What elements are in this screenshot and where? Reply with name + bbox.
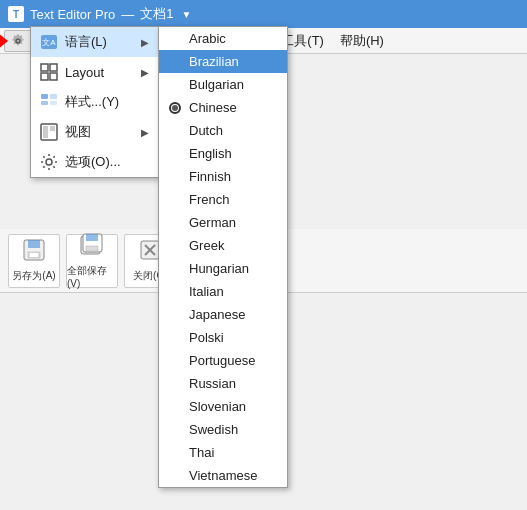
lang-label-russian: Russian: [189, 376, 236, 391]
file-menu-view2[interactable]: 视图 ▶: [31, 117, 159, 147]
lang-label-swedish: Swedish: [189, 422, 238, 437]
lang-label-slovenian: Slovenian: [189, 399, 246, 414]
lang-label-chinese: Chinese: [189, 100, 237, 115]
file-dropdown: 文A 语言(L) ▶ Layout ▶: [30, 26, 160, 178]
lang-item-arabic[interactable]: Arabic: [159, 27, 287, 50]
svg-rect-11: [43, 126, 48, 138]
svg-rect-15: [28, 240, 40, 248]
svg-rect-6: [41, 94, 48, 99]
lang-label-arabic: Arabic: [189, 31, 226, 46]
svg-text:文A: 文A: [42, 38, 56, 47]
lang-label-japanese: Japanese: [189, 307, 245, 322]
styles-icon: [39, 92, 59, 112]
lang-label-vietnamese: Vietnamese: [189, 468, 257, 483]
lang-item-french[interactable]: French: [159, 188, 287, 211]
lang-label-finnish: Finnish: [189, 169, 231, 184]
svg-rect-7: [41, 101, 48, 105]
lang-label-polski: Polski: [189, 330, 224, 345]
app-icon: T: [8, 6, 24, 22]
svg-rect-9: [50, 101, 57, 105]
svg-rect-5: [50, 73, 57, 80]
lang-item-portuguese[interactable]: Portuguese: [159, 349, 287, 372]
svg-rect-3: [50, 64, 57, 71]
file-menu-styles[interactable]: 样式...(Y): [31, 87, 159, 117]
file-menu-options[interactable]: 选项(O)...: [31, 147, 159, 177]
lang-label-french: French: [189, 192, 229, 207]
view2-icon: [39, 122, 59, 142]
lang-item-chinese[interactable]: Chinese: [159, 96, 287, 119]
svg-rect-17: [30, 253, 38, 257]
lang-label-german: German: [189, 215, 236, 230]
lang-label-thai: Thai: [189, 445, 214, 460]
save-as-label: 另存为(A): [12, 269, 55, 283]
lang-item-greek[interactable]: Greek: [159, 234, 287, 257]
svg-rect-12: [50, 126, 55, 131]
file-menu-language[interactable]: 文A 语言(L) ▶: [31, 27, 159, 57]
title-dropdown-arrow[interactable]: ▼: [182, 9, 192, 20]
svg-rect-23: [86, 246, 98, 251]
red-arrow-indicator: [0, 33, 8, 49]
save-all-button[interactable]: 全部保存(V): [66, 234, 118, 288]
svg-rect-4: [41, 73, 48, 80]
layout-submenu-arrow: ▶: [141, 67, 149, 78]
language-icon: 文A: [39, 32, 59, 52]
lang-item-slovenian[interactable]: Slovenian: [159, 395, 287, 418]
svg-rect-8: [50, 94, 57, 99]
gear-button[interactable]: [4, 30, 32, 52]
lang-label-dutch: Dutch: [189, 123, 223, 138]
svg-point-13: [46, 159, 52, 165]
menu-help[interactable]: 帮助(H): [332, 29, 392, 53]
lang-item-english[interactable]: English: [159, 142, 287, 165]
lang-item-german[interactable]: German: [159, 211, 287, 234]
save-all-label: 全部保存(V): [67, 264, 117, 289]
lang-label-hungarian: Hungarian: [189, 261, 249, 276]
file-menu-layout[interactable]: Layout ▶: [31, 57, 159, 87]
lang-item-italian[interactable]: Italian: [159, 280, 287, 303]
lang-item-polski[interactable]: Polski: [159, 326, 287, 349]
title-separator: —: [121, 7, 134, 22]
svg-rect-2: [41, 64, 48, 71]
lang-label-portuguese: Portuguese: [189, 353, 256, 368]
svg-rect-22: [86, 234, 98, 241]
lang-item-finnish[interactable]: Finnish: [159, 165, 287, 188]
lang-item-dutch[interactable]: Dutch: [159, 119, 287, 142]
lang-label-english: English: [189, 146, 232, 161]
language-submenu-arrow: ▶: [141, 37, 149, 48]
lang-item-vietnamese[interactable]: Vietnamese: [159, 464, 287, 487]
title-bar: T Text Editor Pro — 文档1 ▼: [0, 0, 527, 28]
gear-icon: [11, 34, 25, 48]
save-as-icon: [22, 238, 46, 267]
lang-item-brazilian[interactable]: Brazilian: [159, 50, 287, 73]
lang-item-japanese[interactable]: Japanese: [159, 303, 287, 326]
options-icon: [39, 152, 59, 172]
lang-item-thai[interactable]: Thai: [159, 441, 287, 464]
language-submenu: ArabicBrazilianBulgarianChineseDutchEngl…: [158, 26, 288, 488]
view2-submenu-arrow: ▶: [141, 127, 149, 138]
doc-name: 文档1: [140, 5, 173, 23]
app-name: Text Editor Pro: [30, 7, 115, 22]
lang-item-bulgarian[interactable]: Bulgarian: [159, 73, 287, 96]
lang-label-italian: Italian: [189, 284, 224, 299]
lang-label-brazilian: Brazilian: [189, 54, 239, 69]
lang-item-swedish[interactable]: Swedish: [159, 418, 287, 441]
radio-circle-chinese: [169, 102, 181, 114]
layout-icon: [39, 62, 59, 82]
lang-label-bulgarian: Bulgarian: [189, 77, 244, 92]
save-all-icon: [80, 233, 104, 262]
lang-label-greek: Greek: [189, 238, 224, 253]
save-as-button[interactable]: 另存为(A): [8, 234, 60, 288]
lang-item-russian[interactable]: Russian: [159, 372, 287, 395]
lang-item-hungarian[interactable]: Hungarian: [159, 257, 287, 280]
